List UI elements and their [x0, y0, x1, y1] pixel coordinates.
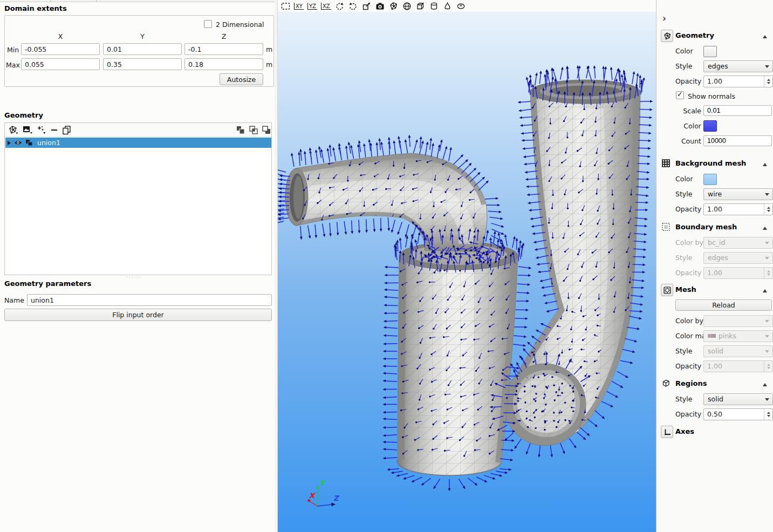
mesh-section-toggle[interactable]	[661, 284, 673, 296]
left-panel: Domain extents 2 Dimensional X Y Z Min m…	[0, 0, 275, 532]
regions-style-dropdown[interactable]: solid	[703, 393, 773, 405]
viewport: XY YZ XZ	[278, 0, 656, 532]
union-type-icon	[25, 139, 33, 146]
duplicate-icon[interactable]	[62, 125, 72, 135]
collapse-panel-button[interactable]: ›	[662, 13, 666, 24]
expander-icon[interactable]	[8, 141, 11, 145]
boundary-color-by-value: bc_id	[708, 238, 725, 247]
regions-style-value: solid	[708, 395, 723, 403]
perspective-icon[interactable]	[362, 1, 372, 11]
regions-opacity-spinbox[interactable]: 0.50	[703, 408, 773, 420]
geometry-section-title: Geometry	[675, 31, 714, 39]
spin-up-icon[interactable]	[767, 410, 770, 414]
geometry-opacity-value: 1.00	[707, 77, 722, 85]
geometry-color-swatch[interactable]	[703, 46, 717, 57]
boundary-opacity-label: Opacity	[675, 269, 701, 277]
name-field[interactable]	[27, 294, 272, 306]
operations-magic-icon[interactable]	[36, 125, 47, 135]
normals-scale-field[interactable]	[703, 105, 772, 116]
name-label: Name	[4, 296, 24, 304]
show-normals-label: Show normals	[688, 92, 735, 100]
background-opacity-spinbox[interactable]: 1.00	[703, 203, 773, 215]
chevron-down-icon	[765, 193, 769, 198]
rotate-ccw-icon[interactable]	[335, 1, 345, 11]
max-unit-label: m	[266, 60, 272, 69]
spin-up-icon[interactable]	[767, 77, 770, 81]
min-z-field[interactable]	[184, 43, 263, 55]
domain-extents-title: Domain extents	[4, 4, 67, 12]
background-opacity-label: Opacity	[675, 205, 701, 213]
spin-down-icon[interactable]	[767, 210, 770, 214]
add-image-icon[interactable]	[22, 125, 33, 135]
boolean-intersect-icon[interactable]	[249, 125, 258, 135]
visibility-eye-icon[interactable]	[14, 139, 22, 146]
max-x-field[interactable]	[21, 58, 100, 70]
normals-count-label: Count	[673, 137, 701, 145]
show-normals-checkmark: ✓	[677, 90, 683, 98]
geometry-section-toggle[interactable]	[661, 30, 673, 42]
3d-scene-canvas[interactable]: X Y Z	[278, 12, 656, 532]
reload-button[interactable]: Reload	[675, 299, 772, 311]
background-style-dropdown[interactable]: wire	[703, 188, 773, 200]
view-yz-icon[interactable]: YZ	[307, 3, 317, 10]
screenshot-camera-icon[interactable]	[375, 1, 385, 11]
two-dimensional-checkbox[interactable]	[204, 20, 212, 28]
geometry-parameters-title: Geometry parameters	[4, 279, 91, 288]
spin-up-icon[interactable]	[767, 205, 770, 209]
rotate-cw-icon[interactable]	[348, 1, 358, 11]
cone-primitive-icon[interactable]	[443, 1, 453, 11]
view-xz-icon[interactable]: XZ	[321, 3, 331, 10]
min-x-field[interactable]	[21, 43, 100, 55]
geometry-opacity-spinbox[interactable]: 1.00	[703, 76, 773, 87]
mesh-style-dropdown: solid	[703, 345, 773, 357]
geometry-opacity-label: Opacity	[675, 77, 701, 85]
boundary-mesh-collapse-arrow[interactable]	[763, 224, 767, 230]
col-header-x: X	[21, 32, 100, 40]
background-mesh-collapse-arrow[interactable]	[763, 161, 767, 166]
show-normals-checkbox[interactable]: ✓	[676, 91, 684, 99]
min-y-field[interactable]	[103, 43, 182, 55]
background-color-swatch[interactable]	[703, 174, 717, 185]
boolean-union-icon[interactable]	[236, 125, 245, 135]
chevron-down-icon	[765, 398, 769, 403]
mesh-collapse-arrow[interactable]	[763, 287, 767, 292]
axes-section-toggle[interactable]	[661, 426, 673, 438]
geometry-section-icon	[665, 33, 671, 39]
colormap-preview-icon	[708, 334, 716, 338]
spin-down-icon[interactable]	[767, 82, 770, 86]
cylinder-primitive-icon[interactable]	[429, 1, 439, 11]
spin-down-icon[interactable]	[767, 415, 770, 419]
boolean-difference-icon[interactable]	[262, 125, 271, 135]
disc-primitive-icon[interactable]	[456, 1, 466, 11]
boundary-mesh-section-icon	[661, 222, 671, 231]
geometry-primitive-icon[interactable]	[389, 1, 399, 11]
autosize-button[interactable]: Autosize	[220, 73, 263, 85]
boundary-style-dropdown: edges	[703, 252, 773, 264]
mesh-color-by-label: Color by	[675, 317, 703, 325]
add-geometry-icon[interactable]	[8, 125, 19, 135]
regions-collapse-arrow[interactable]	[763, 381, 767, 386]
box-primitive-icon[interactable]	[416, 1, 426, 11]
background-color-label: Color	[675, 175, 693, 183]
normals-count-field[interactable]	[703, 135, 772, 146]
normals-color-swatch[interactable]	[703, 120, 717, 132]
max-y-field[interactable]	[103, 58, 182, 70]
normals-color-label: Color	[673, 122, 701, 130]
max-z-field[interactable]	[184, 58, 263, 70]
geometry-collapse-arrow[interactable]	[763, 33, 767, 38]
boundary-opacity-value: 1.00	[707, 269, 722, 277]
geometry-list-item-union1[interactable]: union1	[5, 138, 271, 148]
geometry-style-dropdown[interactable]: edges	[703, 60, 773, 72]
chevron-down-icon	[765, 242, 769, 247]
geometry-toolbar	[5, 123, 271, 137]
max-label: Max	[6, 61, 20, 69]
flip-input-order-button[interactable]: Flip input order	[4, 309, 272, 321]
sphere-primitive-icon[interactable]	[402, 1, 412, 11]
splitter-handle[interactable]: ......	[126, 275, 142, 277]
view-xy-icon[interactable]: XY	[294, 3, 304, 10]
remove-icon[interactable]	[50, 125, 59, 135]
regions-opacity-label: Opacity	[675, 410, 701, 418]
mesh-opacity-value: 1.00	[707, 362, 722, 370]
fit-view-icon[interactable]	[281, 1, 290, 11]
chevron-down-icon	[765, 65, 769, 70]
